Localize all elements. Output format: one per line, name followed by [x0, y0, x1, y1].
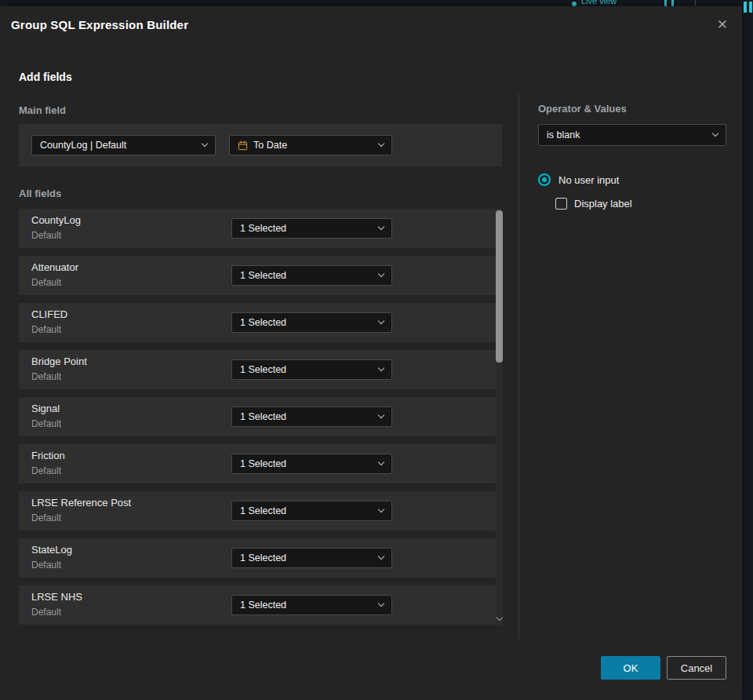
chevron-down-icon [202, 140, 208, 147]
panel-divider [518, 94, 519, 639]
dialog-title: Group SQL Expression Builder [11, 18, 188, 31]
background-app-right-strip [742, 6, 753, 700]
field-sublabel: Default [31, 277, 61, 288]
operator-dropdown[interactable]: is blank [538, 124, 726, 146]
display-label-checkbox[interactable] [555, 198, 567, 210]
toolbar-bar-icon [744, 2, 747, 13]
field-row: Friction Default 1 Selected [19, 444, 500, 483]
field-row: StateLog Default 1 Selected [19, 538, 500, 578]
field-selection-value: 1 Selected [240, 317, 286, 328]
field-name: CLIFED [31, 308, 67, 320]
main-field-value-dropdown[interactable]: To Date [229, 135, 392, 155]
chevron-down-icon [378, 140, 384, 147]
field-selection-dropdown[interactable]: 1 Selected [231, 548, 392, 568]
field-selection-value: 1 Selected [240, 552, 286, 563]
no-user-input-label: No user input [558, 174, 619, 186]
chevron-down-icon [378, 553, 384, 560]
chevron-down-icon [378, 271, 384, 277]
scroll-down-icon[interactable] [497, 615, 503, 622]
field-selection-dropdown[interactable]: 1 Selected [231, 359, 392, 380]
field-selection-dropdown[interactable]: 1 Selected [231, 218, 392, 239]
field-name: CountyLog [31, 214, 81, 226]
toolbar-bar-icon [664, 0, 667, 6]
field-sublabel: Default [31, 560, 61, 571]
chevron-down-icon [712, 130, 718, 137]
operator-values-label: Operator & Values [538, 103, 627, 115]
chevron-down-icon [378, 224, 384, 230]
scrollbar-thumb[interactable] [496, 210, 503, 363]
background-app-bar: Live view [0, 0, 753, 6]
field-selection-value: 1 Selected [240, 505, 286, 516]
field-name: Friction [31, 450, 65, 461]
field-selection-dropdown[interactable]: 1 Selected [231, 454, 392, 474]
close-icon[interactable]: ✕ [717, 18, 728, 31]
field-sublabel: Default [31, 371, 61, 382]
radio-selected-icon[interactable] [538, 173, 551, 186]
field-selection-dropdown[interactable]: 1 Selected [231, 265, 392, 286]
field-row: LRSE Reference Post Default 1 Selected [19, 491, 500, 530]
field-selection-dropdown[interactable]: 1 Selected [231, 595, 392, 615]
field-sublabel: Default [31, 512, 61, 523]
field-name: LRSE NHS [31, 591, 82, 603]
chevron-down-icon [378, 459, 384, 465]
main-field-source-dropdown[interactable]: CountyLog | Default [31, 135, 216, 155]
main-field-source-value: CountyLog | Default [40, 140, 126, 151]
field-name: Bridge Point [31, 355, 87, 367]
calendar-icon [238, 140, 248, 151]
field-sublabel: Default [31, 465, 61, 476]
main-field-label: Main field [19, 104, 66, 116]
field-sublabel: Default [31, 230, 61, 241]
field-selection-dropdown[interactable]: 1 Selected [231, 312, 392, 333]
field-name: LRSE Reference Post [31, 497, 131, 509]
field-row: CLIFED Default 1 Selected [19, 303, 500, 342]
toolbar-bar-icon [671, 0, 674, 6]
live-view-label[interactable]: Live view [581, 0, 617, 5]
field-name: Attenuator [31, 261, 78, 273]
no-user-input-option: No user input [538, 173, 619, 186]
toolbar-divider [695, 0, 696, 6]
chevron-down-icon [378, 318, 384, 324]
field-selection-value: 1 Selected [240, 364, 286, 375]
field-row: CountyLog Default 1 Selected [19, 209, 500, 248]
field-selection-dropdown[interactable]: 1 Selected [231, 501, 392, 521]
field-row: LRSE NHS Default 1 Selected [19, 585, 500, 625]
field-sublabel: Default [31, 418, 61, 429]
ok-button[interactable]: OK [601, 656, 660, 680]
toolbar-bar-icon [749, 2, 752, 13]
screen: Live view Group SQL Expression Builder ✕… [0, 0, 753, 700]
field-selection-value: 1 Selected [240, 223, 286, 234]
field-name: StateLog [31, 544, 72, 556]
field-row: Bridge Point Default 1 Selected [19, 350, 500, 389]
chevron-down-icon [378, 412, 384, 418]
chevron-down-icon [378, 506, 384, 512]
display-label-option: Display label [555, 198, 632, 210]
add-fields-heading: Add fields [19, 71, 72, 83]
field-selection-value: 1 Selected [240, 458, 286, 469]
chevron-down-icon [378, 365, 384, 371]
field-row: Signal Default 1 Selected [19, 397, 500, 436]
field-sublabel: Default [31, 607, 61, 618]
field-name: Signal [31, 403, 60, 414]
dialog-header: Group SQL Expression Builder ✕ [0, 6, 742, 42]
field-sublabel: Default [31, 324, 61, 335]
chevron-down-icon [378, 600, 384, 607]
field-selection-dropdown[interactable]: 1 Selected [231, 407, 392, 427]
field-selection-value: 1 Selected [240, 270, 286, 281]
field-selection-value: 1 Selected [240, 600, 286, 611]
all-fields-label: All fields [19, 188, 61, 199]
field-selection-value: 1 Selected [240, 411, 286, 422]
cancel-button[interactable]: Cancel [667, 656, 726, 680]
scrollbar[interactable] [496, 209, 503, 626]
main-field-value-text: To Date [253, 140, 287, 151]
operator-value: is blank [547, 129, 580, 140]
display-label-text: Display label [574, 198, 632, 210]
main-field-panel: CountyLog | Default To Date [19, 124, 502, 166]
group-sql-expression-builder-dialog: Group SQL Expression Builder ✕ Add field… [0, 6, 742, 700]
field-row: Attenuator Default 1 Selected [19, 256, 500, 295]
